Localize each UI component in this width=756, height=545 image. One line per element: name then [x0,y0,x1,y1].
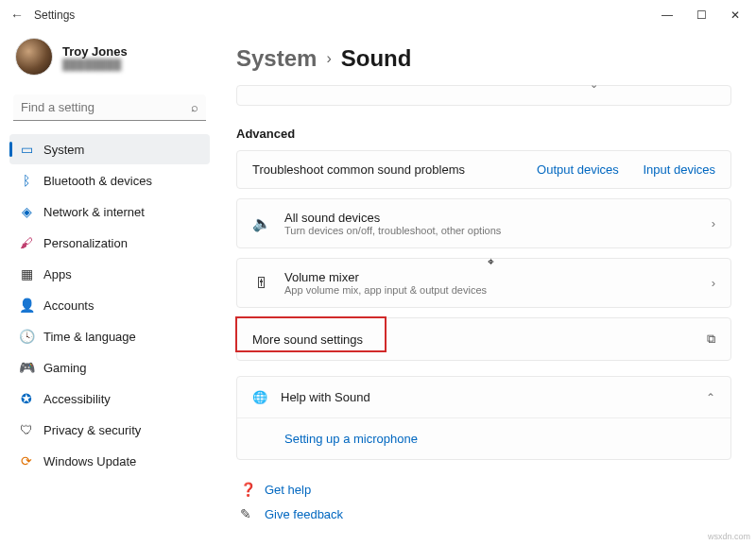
help-link-mic[interactable]: Setting up a microphone [284,432,418,446]
search-icon: ⌕ [191,100,198,114]
minimize-button[interactable]: — [650,2,684,28]
chevron-right-icon: › [712,276,715,290]
sidebar-item-accessibility[interactable]: ✪Accessibility [9,383,210,414]
troubleshoot-title: Troubleshoot common sound problems [252,162,503,177]
troubleshoot-card: Troubleshoot common sound problems Outpu… [236,150,731,189]
all-sound-sub: Turn devices on/off, troubleshoot, other… [284,225,698,236]
footer-links: ❓Get help ✎Give feedback [236,477,731,526]
feedback-link[interactable]: Give feedback [265,507,343,521]
back-button[interactable]: ← [4,8,30,23]
volume-row-collapsed[interactable]: ⌄ [236,85,731,106]
search-box[interactable]: ⌕ [13,94,206,121]
privacy-icon: 🛡 [19,422,34,437]
watermark: wsxdn.com [708,532,750,541]
avatar [15,38,53,76]
user-block[interactable]: Troy Jones ████████ [9,30,210,91]
sidebar-item-time[interactable]: 🕓Time & language [9,321,210,351]
chevron-down-icon: ⌄ [590,78,598,91]
system-icon: ▭ [19,142,34,157]
personalization-icon: 🖌 [19,235,34,250]
speaker-icon: 🔈 [252,214,271,232]
accounts-icon: 👤 [19,298,34,313]
chevron-right-icon: › [326,50,331,67]
globe-icon: 🌐 [252,390,267,404]
more-sound-card[interactable]: More sound settings ⧉ [236,317,731,361]
sidebar-item-apps[interactable]: ▦Apps [9,259,210,289]
feedback-icon: ✎ [240,506,255,521]
help-header[interactable]: 🌐 Help with Sound ⌃ [237,377,730,417]
sidebar-item-gaming[interactable]: 🎮Gaming [9,352,210,383]
help-title: Help with Sound [281,390,693,404]
chevron-right-icon: › [712,216,715,230]
help-card: 🌐 Help with Sound ⌃ Setting up a microph… [236,376,731,460]
accessibility-icon: ✪ [19,391,34,406]
network-icon: ◈ [19,204,34,219]
update-icon: ⟳ [19,453,34,468]
title-bar: ← Settings — ☐ ✕ [0,0,756,30]
bluetooth-icon: ᛒ [19,173,34,188]
sidebar: Troy Jones ████████ ⌕ ▭System ᛒBluetooth… [0,30,219,545]
sidebar-item-privacy[interactable]: 🛡Privacy & security [9,415,210,445]
sidebar-item-accounts[interactable]: 👤Accounts [9,290,210,320]
user-email: ████████ [62,59,128,70]
search-input[interactable] [21,100,191,114]
breadcrumb-current: Sound [341,45,412,72]
window-title: Settings [34,9,75,22]
close-button[interactable]: ✕ [718,2,752,28]
apps-icon: ▦ [19,266,34,281]
maximize-button[interactable]: ☐ [684,2,718,28]
all-sound-title: All sound devices [284,211,698,225]
mixer-sub: App volume mix, app input & output devic… [284,284,698,296]
breadcrumb-parent[interactable]: System [236,45,317,72]
time-icon: 🕓 [19,329,34,344]
get-help-icon: ❓ [240,482,255,497]
external-link-icon: ⧉ [707,332,715,347]
output-devices-link[interactable]: Output devices [537,162,619,177]
sidebar-item-bluetooth[interactable]: ᛒBluetooth & devices [9,165,210,196]
content-area: System › Sound ⌄ Advanced Troubleshoot c… [219,30,756,545]
sidebar-item-system[interactable]: ▭System [9,134,210,164]
mixer-icon: 🎚 [252,275,271,292]
sidebar-item-update[interactable]: ⟳Windows Update [9,446,210,476]
sidebar-item-personalization[interactable]: 🖌Personalization [9,228,210,258]
gaming-icon: 🎮 [19,360,34,375]
volume-mixer-card[interactable]: 🎚 Volume mixer App volume mix, app input… [236,258,731,308]
breadcrumb: System › Sound [236,45,731,72]
chevron-up-icon: ⌃ [706,391,715,404]
user-name: Troy Jones [62,44,128,59]
more-sound-title: More sound settings [252,332,694,347]
all-sound-card[interactable]: 🔈 All sound devices Turn devices on/off,… [236,198,731,248]
get-help-link[interactable]: Get help [265,483,311,497]
advanced-heading: Advanced [236,127,731,141]
sidebar-item-network[interactable]: ◈Network & internet [9,196,210,227]
mixer-title: Volume mixer [284,270,698,284]
input-devices-link[interactable]: Input devices [643,162,715,177]
